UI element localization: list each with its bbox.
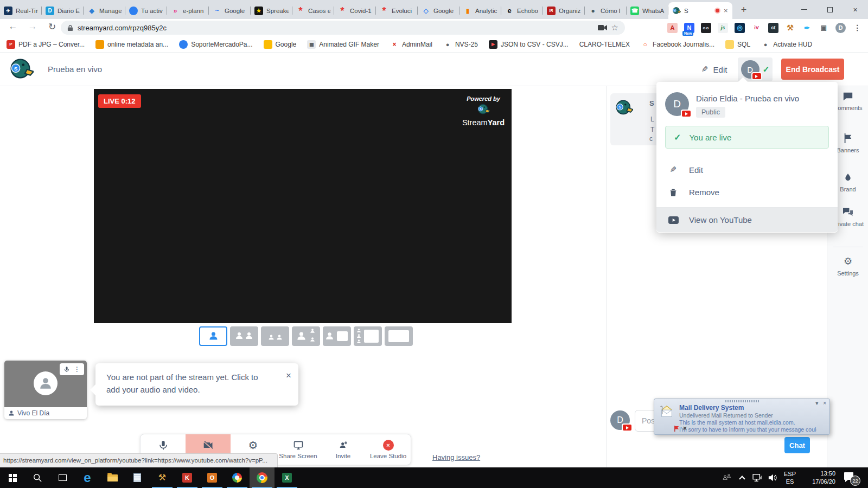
incognito-extension-icon[interactable]: oo [701, 23, 711, 33]
browser-tab[interactable]: ▮Analytic [459, 2, 501, 19]
javascript-extension-icon[interactable]: js [718, 23, 728, 33]
more-options-icon[interactable]: ⋮ [74, 365, 80, 373]
notification-center-button[interactable]: 22 [844, 471, 859, 484]
taskbar-notepad[interactable] [125, 467, 150, 488]
layout-two-small-button[interactable] [261, 326, 289, 346]
tab-close-icon[interactable]: × [724, 7, 728, 15]
back-button[interactable]: ← [7, 21, 20, 32]
window-minimize-button[interactable] [792, 0, 817, 19]
invite-button[interactable]: Invite [321, 434, 366, 465]
bookmark-item[interactable]: ○Facebook Journalis... [641, 40, 714, 49]
browser-tab[interactable]: *Casos e [292, 2, 334, 19]
share-screen-button[interactable]: Share Screen [276, 434, 321, 465]
feather-extension-icon[interactable]: ✒ [802, 23, 812, 33]
browser-menu-icon[interactable]: ⋮ [852, 23, 863, 33]
end-broadcast-button[interactable]: End Broadcast [781, 59, 844, 80]
forward-button[interactable]: → [26, 21, 39, 32]
network-icon[interactable] [750, 467, 765, 488]
tooltip-close-icon[interactable]: × [286, 369, 291, 383]
tray-expand-chevron-icon[interactable] [735, 467, 750, 488]
browser-tab[interactable]: ◇Google [418, 2, 459, 19]
popup-close-icon[interactable]: × [823, 400, 826, 406]
builder-extension-icon[interactable]: ⚒ [785, 23, 795, 33]
edit-broadcast-button[interactable]: ✎ Edit [701, 53, 727, 86]
menu-item-edit[interactable]: ✎ Edit [656, 158, 838, 181]
bookmark-item[interactable]: SQL [725, 40, 750, 49]
bookmark-item[interactable]: SoporteMercadoPa... [179, 40, 252, 49]
taskbar-build-tool[interactable]: ⚒ [150, 467, 175, 488]
taskbar-excel[interactable]: X [275, 467, 299, 488]
browser-tab[interactable]: IROrganiz [543, 2, 585, 19]
bookmark-item[interactable]: ●Activate HUD [761, 40, 812, 49]
puzzle-extension-icon[interactable]: ▣ [819, 23, 829, 33]
search-button[interactable] [25, 467, 50, 488]
browser-tab-active-streamyard[interactable]: S × [668, 2, 732, 19]
browser-tab[interactable]: DDiario E [42, 2, 84, 19]
menu-item-remove[interactable]: Remove [656, 181, 838, 203]
profile-avatar[interactable]: D [835, 23, 846, 33]
layout-solo-button[interactable] [199, 326, 227, 346]
browser-tab[interactable]: ◆Manage [84, 2, 125, 19]
adobe-pdf-extension-icon[interactable]: A [667, 23, 678, 33]
layout-spotlight-button[interactable] [292, 326, 320, 346]
mail-popup-title[interactable]: Mail Delivery System [679, 404, 816, 412]
language-indicator[interactable]: ESP ES [780, 470, 800, 486]
taskbar-chrome[interactable] [250, 467, 275, 488]
mail-notification-popup[interactable]: ▾ × Mail Delivery System Undelivered Mai… [654, 399, 830, 435]
browser-tab[interactable]: ●Cómo l [585, 2, 627, 19]
browser-tab[interactable]: ☎WhatsA [627, 2, 668, 19]
sidebar-item-settings[interactable]: ⚙ Settings [827, 255, 868, 277]
bookmark-item[interactable]: CLARO-TELMEX [579, 41, 630, 48]
bookmark-item[interactable]: online metadata an... [95, 40, 168, 49]
participant-thumbnail[interactable]: ⋮ Vivo El Día [4, 361, 87, 419]
window-maximize-button[interactable] [817, 0, 843, 19]
having-issues-link[interactable]: Having issues? [432, 453, 480, 461]
delete-icon[interactable]: × [683, 425, 687, 432]
ct-extension-icon[interactable]: ct [768, 23, 778, 33]
browser-tab[interactable]: ~Google [209, 2, 251, 19]
bookmark-item[interactable]: ×AdminMail [390, 40, 432, 49]
layout-screen-person-button[interactable] [323, 326, 351, 346]
taskbar-paint[interactable] [225, 467, 250, 488]
browser-tab[interactable]: *Covid-1 [334, 2, 376, 19]
layout-fullscreen-button[interactable] [385, 326, 413, 346]
taskbar-edge[interactable]: e [75, 467, 100, 488]
mic-icon[interactable] [63, 366, 70, 373]
menu-item-view-on-youtube[interactable]: View on YouTube [656, 208, 838, 232]
new-tool-extension-icon[interactable]: NNew [684, 23, 694, 33]
window-close-button[interactable]: × [843, 0, 868, 19]
invid-extension-icon[interactable]: iV [751, 23, 762, 33]
volume-icon[interactable] [765, 467, 780, 488]
bookmark-item[interactable]: ●NVS-25 [443, 40, 478, 49]
people-tray-icon[interactable] [719, 467, 735, 488]
drag-handle[interactable] [725, 400, 759, 402]
leave-studio-button[interactable]: × Leave Studio [366, 434, 411, 465]
taskbar-file-explorer[interactable] [100, 467, 125, 488]
camera-in-use-icon[interactable] [598, 24, 607, 31]
taskbar-foxit[interactable]: K [175, 467, 200, 488]
screenshot-extension-icon[interactable]: ◎ [735, 23, 745, 33]
new-tab-button[interactable]: + [737, 3, 751, 16]
flag-icon[interactable] [674, 425, 680, 432]
browser-tab[interactable]: ✈Real-Tim [0, 2, 42, 19]
collapse-icon[interactable]: ▾ [815, 400, 818, 406]
bookmark-star-icon[interactable]: ☆ [611, 23, 618, 33]
taskbar-clock[interactable]: 13:50 17/06/20 [804, 470, 835, 486]
browser-tab[interactable]: Tu activ [125, 2, 167, 19]
task-view-button[interactable] [50, 467, 75, 488]
bookmark-item[interactable]: ▦Animated GIF Maker [307, 40, 379, 49]
browser-tab[interactable]: ★Spreake [251, 2, 292, 19]
taskbar-outlook[interactable]: O [200, 467, 225, 488]
chat-button[interactable]: Chat [784, 437, 810, 453]
reload-button[interactable]: ↻ [46, 21, 59, 33]
bookmark-item[interactable]: Google [264, 40, 297, 49]
browser-tab[interactable]: eEchobo [501, 2, 543, 19]
browser-tab[interactable]: »e-plann [167, 2, 209, 19]
bookmark-item[interactable]: ▶JSON to CSV - CSVJ... [489, 40, 569, 49]
layout-two-button[interactable] [230, 326, 258, 346]
layout-screen-column-button[interactable] [354, 326, 382, 346]
bookmark-item[interactable]: PPDF a JPG – Conver... [7, 40, 85, 49]
address-bar[interactable]: streamyard.com/rpzq985y2c ☆ [61, 21, 625, 35]
browser-tab[interactable]: *Evoluci [376, 2, 418, 19]
start-button[interactable] [0, 467, 25, 488]
